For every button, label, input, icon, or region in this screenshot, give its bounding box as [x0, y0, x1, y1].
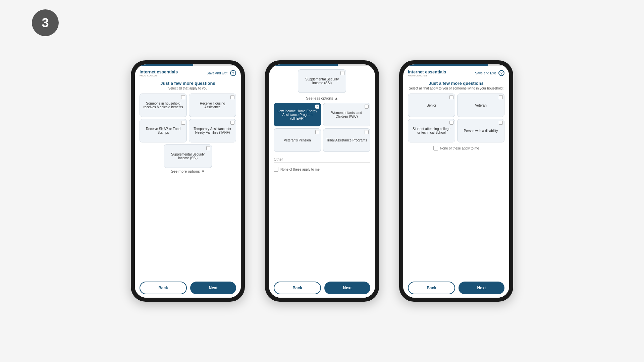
phone-2-none-checkbox[interactable] [274, 167, 278, 172]
phone-3-back-button[interactable]: Back [408, 282, 455, 294]
phone-1-option-1[interactable]: Receive Housing Assistance [189, 94, 236, 117]
phone-2-option-2-label: Veteran's Pension [284, 138, 311, 142]
phone-1-option-2-label: Receive SNAP or Food Stamps [143, 127, 184, 134]
phone-1-see-more-label: See more options [171, 169, 200, 173]
phone-1-see-more-arrow: ▼ [201, 169, 205, 173]
phone-1-header: internet essentials FROM COMCAST Save an… [135, 66, 241, 78]
phone-1-single-option[interactable]: Supplemental Security Income (SSI) [164, 144, 212, 168]
phone-3-option-2[interactable]: Student attending college or technical S… [408, 119, 455, 142]
phone-2-option-3[interactable]: Tribal Assistance Programs [323, 128, 370, 152]
phone-2-see-less[interactable]: See less options ▲ [274, 95, 370, 102]
phone-1-header-right: Save and Exit ? [207, 70, 236, 76]
phone-1-save-exit[interactable]: Save and Exit [207, 71, 227, 75]
phone-3-option-1[interactable]: Veteran [457, 94, 504, 117]
phone-3-title: Just a few more questions [408, 81, 504, 86]
phone-2-option-3-check [365, 130, 369, 134]
phone-1-logo-text: internet essentials [140, 69, 178, 74]
phone-3-footer: Back Next [403, 278, 509, 298]
phone-2: Supplemental Security Income (SSI) See l… [265, 60, 379, 302]
phone-2-option-0[interactable]: ✓ Low Income Home Energy Assistance Prog… [274, 103, 321, 126]
phone-3-option-2-check [449, 121, 453, 125]
phone-1-option-0-label: Someone in household receives Medicaid b… [143, 102, 184, 109]
phone-3-option-1-label: Veteran [475, 104, 486, 107]
phone-3-option-2-label: Student attending college or technical S… [411, 127, 452, 134]
phone-2-option-1-check [365, 105, 369, 109]
phone-3-header: internet essentials FROM COMCAST Save an… [403, 66, 509, 78]
phone-3-none-label: None of these apply to me [440, 146, 479, 150]
phone-1-option-3-label: Temporary Assistance for Needy Families … [192, 127, 233, 134]
phone-1-footer: Back Next [135, 278, 241, 298]
phones-container: internet essentials FROM COMCAST Save an… [121, 60, 523, 302]
phone-1-single-label: Supplemental Security Income (SSI) [167, 153, 209, 160]
phone-1-back-button[interactable]: Back [140, 282, 187, 294]
phone-2-footer: Back Next [269, 278, 375, 298]
phone-1-option-0-check [181, 95, 185, 99]
phone-2-back-button[interactable]: Back [274, 282, 321, 294]
phone-3-none-row: None of these apply to me [408, 146, 504, 150]
phone-2-single-top-check [340, 71, 344, 75]
phone-1-single-check [206, 146, 210, 150]
step-badge: 3 [32, 9, 59, 36]
phone-2-option-2[interactable]: Veteran's Pension [274, 128, 321, 152]
phone-1-option-3[interactable]: Temporary Assistance for Needy Families … [189, 119, 236, 142]
phone-2-other-input[interactable] [274, 156, 370, 163]
phone-2-screen: Supplemental Security Income (SSI) See l… [269, 64, 375, 298]
phone-1-title: Just a few more questions [140, 81, 236, 86]
phone-1: internet essentials FROM COMCAST Save an… [131, 60, 245, 302]
phone-3-help-icon[interactable]: ? [498, 70, 504, 76]
phone-3-option-3[interactable]: Person with a disability [457, 119, 504, 142]
phone-1-content: Just a few more questions Select all tha… [135, 78, 241, 278]
phone-1-logo: internet essentials FROM COMCAST [140, 69, 178, 77]
phone-2-next-button[interactable]: Next [324, 282, 370, 294]
phone-3-screen: internet essentials FROM COMCAST Save an… [403, 64, 509, 298]
phone-1-logo-sub: FROM COMCAST [140, 74, 178, 77]
phone-2-option-1-label: Women, Infants, and Children (WIC) [326, 111, 367, 118]
phone-1-option-3-check [230, 121, 234, 125]
phone-2-single-top-label: Supplemental Security Income (SSI) [301, 77, 343, 85]
phone-2-none-label: None of these apply to me [280, 168, 320, 171]
phone-2-see-less-arrow: ▲ [334, 96, 338, 100]
phone-3-none-checkbox[interactable] [433, 146, 438, 150]
phone-2-none-row: None of these apply to me [274, 167, 370, 172]
phone-2-options-grid: ✓ Low Income Home Energy Assistance Prog… [274, 103, 370, 152]
phone-3-option-0-check [449, 95, 453, 99]
phone-3-logo-text: internet essentials [408, 69, 446, 74]
phone-1-option-2-check [181, 121, 185, 125]
phone-3-content: Just a few more questions Select all tha… [403, 78, 509, 278]
phone-3-logo: internet essentials FROM COMCAST [408, 69, 446, 77]
phone-1-option-0[interactable]: Someone in household receives Medicaid b… [140, 94, 187, 117]
phone-2-option-1[interactable]: Women, Infants, and Children (WIC) [323, 103, 370, 126]
phone-3-header-right: Save and Exit ? [475, 70, 504, 76]
phone-1-options-grid: Someone in household receives Medicaid b… [140, 94, 236, 142]
phone-3-next-button[interactable]: Next [459, 282, 504, 294]
phone-3-options-grid: Senior Veteran Student attending college… [408, 94, 504, 142]
phone-3: internet essentials FROM COMCAST Save an… [399, 60, 513, 302]
phone-2-option-2-check [315, 130, 319, 134]
phone-1-next-button[interactable]: Next [190, 282, 236, 294]
phone-3-logo-sub: FROM COMCAST [408, 74, 446, 77]
phone-1-option-2[interactable]: Receive SNAP or Food Stamps [140, 119, 187, 142]
phone-2-option-0-label: Low Income Home Energy Assistance Progra… [277, 109, 318, 120]
phone-2-content: Supplemental Security Income (SSI) See l… [269, 66, 375, 278]
phone-1-help-icon[interactable]: ? [230, 70, 236, 76]
phone-2-single-top[interactable]: Supplemental Security Income (SSI) [298, 69, 346, 93]
phone-2-option-3-label: Tribal Assistance Programs [326, 138, 367, 142]
phone-1-screen: internet essentials FROM COMCAST Save an… [135, 64, 241, 298]
phone-2-option-0-check: ✓ [315, 105, 319, 109]
phone-1-option-1-label: Receive Housing Assistance [192, 102, 233, 109]
phone-2-see-less-label: See less options [306, 96, 333, 100]
phone-1-see-more[interactable]: See more options ▼ [140, 168, 236, 175]
phone-3-option-0[interactable]: Senior [408, 94, 455, 117]
phone-1-option-1-check [230, 95, 234, 99]
phone-3-subtitle: Select all that apply to you or someone … [408, 86, 504, 90]
phone-3-option-3-label: Person with a disability [464, 129, 498, 133]
phone-3-option-1-check [499, 95, 503, 99]
phone-3-option-3-check [499, 121, 503, 125]
phone-3-option-0-label: Senior [427, 104, 436, 107]
phone-3-save-exit[interactable]: Save and Exit [475, 71, 496, 75]
phone-1-subtitle: Select all that apply to you [140, 86, 236, 90]
